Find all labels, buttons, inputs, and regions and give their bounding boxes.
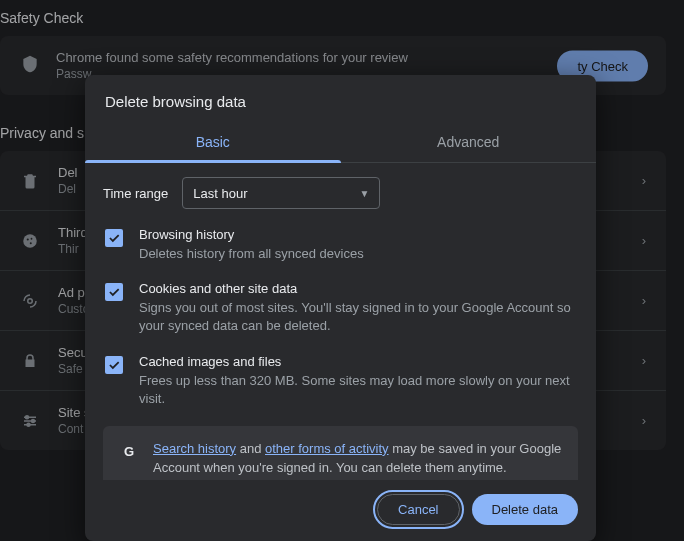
- option-desc: Frees up less than 320 MB. Some sites ma…: [139, 372, 576, 408]
- delete-data-button[interactable]: Delete data: [472, 494, 579, 525]
- info-text: Search history and other forms of activi…: [153, 440, 562, 478]
- checkbox-cookies[interactable]: [105, 283, 123, 301]
- option-browsing-history: Browsing history Deletes history from al…: [103, 227, 578, 263]
- option-heading: Cookies and other site data: [139, 281, 576, 296]
- tab-advanced[interactable]: Advanced: [341, 124, 597, 162]
- dialog-actions: Cancel Delete data: [85, 480, 596, 541]
- option-desc: Deletes history from all synced devices: [139, 245, 576, 263]
- dialog-title: Delete browsing data: [85, 75, 596, 124]
- google-account-info: G Search history and other forms of acti…: [103, 426, 578, 480]
- link-search-history[interactable]: Search history: [153, 441, 236, 456]
- time-range-select[interactable]: Last hour ▼: [182, 177, 380, 209]
- option-cached: Cached images and files Frees up less th…: [103, 354, 578, 408]
- option-desc: Signs you out of most sites. You'll stay…: [139, 299, 576, 335]
- tab-basic[interactable]: Basic: [85, 124, 341, 162]
- google-icon: G: [119, 442, 139, 462]
- checkbox-browsing-history[interactable]: [105, 229, 123, 247]
- delete-browsing-data-dialog: Delete browsing data Basic Advanced Time…: [85, 75, 596, 541]
- checkbox-cached[interactable]: [105, 356, 123, 374]
- dialog-tabs: Basic Advanced: [85, 124, 596, 163]
- dialog-body[interactable]: Time range Last hour ▼ Browsing history …: [85, 163, 596, 480]
- option-heading: Browsing history: [139, 227, 576, 242]
- cancel-button[interactable]: Cancel: [377, 494, 459, 525]
- option-heading: Cached images and files: [139, 354, 576, 369]
- chevron-down-icon: ▼: [359, 188, 369, 199]
- link-other-activity[interactable]: other forms of activity: [265, 441, 389, 456]
- option-cookies: Cookies and other site data Signs you ou…: [103, 281, 578, 335]
- time-range-value: Last hour: [193, 186, 247, 201]
- time-range-label: Time range: [103, 186, 168, 201]
